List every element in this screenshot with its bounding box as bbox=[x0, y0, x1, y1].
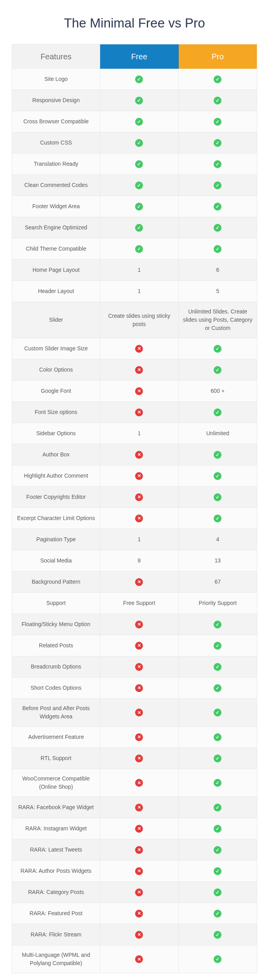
feature-name: Floating/Sticky Menu Option bbox=[12, 614, 100, 635]
cell-text: 4 bbox=[216, 535, 219, 544]
check-icon bbox=[214, 139, 221, 147]
cell-text: Create slides using sticky posts bbox=[104, 312, 174, 328]
free-value bbox=[100, 487, 178, 508]
cross-icon bbox=[135, 387, 143, 395]
feature-name: RARA: Facebook Page Widget bbox=[12, 797, 100, 818]
pro-value bbox=[179, 154, 257, 175]
table-row: Font Size options bbox=[12, 402, 257, 423]
feature-name: Related Posts bbox=[12, 635, 100, 656]
free-value bbox=[100, 90, 178, 111]
table-row: RARA: Instagram Widget bbox=[12, 818, 257, 839]
feature-name: Search Engine Optimized bbox=[12, 217, 100, 238]
table-row: Breadcrumb Options bbox=[12, 656, 257, 678]
feature-name: RARA: Latest Tweets bbox=[12, 839, 100, 861]
table-row: Short Codes Options bbox=[12, 678, 257, 699]
pro-value bbox=[179, 69, 257, 90]
table-row: SliderCreate slides using sticky postsUn… bbox=[12, 302, 257, 338]
cell-text: 13 bbox=[215, 557, 221, 565]
feature-name: Home Page Layout bbox=[12, 260, 100, 281]
cell-text: 1 bbox=[138, 287, 141, 295]
cross-icon bbox=[135, 578, 143, 586]
free-value bbox=[100, 508, 178, 529]
table-row: RARA: Author Posts Widgets bbox=[12, 861, 257, 882]
check-icon bbox=[135, 139, 143, 147]
check-icon bbox=[214, 733, 221, 741]
pro-value: 6 bbox=[179, 260, 257, 281]
feature-name: RTL Support bbox=[12, 748, 100, 769]
pro-value bbox=[179, 945, 257, 973]
free-value: 8 bbox=[100, 550, 178, 572]
cell-text: 6 bbox=[216, 266, 219, 274]
check-icon bbox=[214, 846, 221, 854]
cell-text: 8 bbox=[138, 557, 141, 565]
cell-text: Unlimited bbox=[206, 429, 229, 438]
check-icon bbox=[214, 910, 221, 918]
pro-value bbox=[179, 882, 257, 903]
feature-name: Breadcrumb Options bbox=[12, 656, 100, 678]
check-icon bbox=[214, 663, 221, 671]
cross-icon bbox=[135, 825, 143, 833]
free-value bbox=[100, 861, 178, 882]
table-row: Clean Commented Codes bbox=[12, 175, 257, 196]
check-icon bbox=[214, 493, 221, 501]
cross-icon bbox=[135, 955, 143, 963]
pro-value bbox=[179, 444, 257, 465]
feature-name: Highlight Author Comment bbox=[12, 465, 100, 487]
pro-value bbox=[179, 635, 257, 656]
feature-name: Background Pattern bbox=[12, 572, 100, 593]
feature-name: Font Size options bbox=[12, 402, 100, 423]
cell-text: 1 bbox=[138, 535, 141, 544]
cross-icon bbox=[135, 931, 143, 939]
free-value bbox=[100, 217, 178, 238]
free-value bbox=[100, 444, 178, 465]
cross-icon bbox=[135, 733, 143, 741]
free-value: 1 bbox=[100, 281, 178, 302]
table-row: Pagination Type14 bbox=[12, 529, 257, 550]
feature-name: Footer Widget Area bbox=[12, 196, 100, 217]
feature-name: Google Font bbox=[12, 381, 100, 402]
cross-icon bbox=[135, 888, 143, 896]
pro-value bbox=[179, 839, 257, 861]
feature-name: Pagination Type bbox=[12, 529, 100, 550]
pro-value bbox=[179, 90, 257, 111]
page-title: The Minimal Free vs Pro bbox=[12, 16, 257, 31]
free-value: Free Support bbox=[100, 593, 178, 614]
pro-value bbox=[179, 338, 257, 359]
pro-value: Unlimited bbox=[179, 423, 257, 444]
feature-name: Multi-Language (WPML and Polylang Compat… bbox=[12, 945, 100, 973]
cross-icon bbox=[135, 515, 143, 522]
feature-name: Advertisement Feature bbox=[12, 727, 100, 748]
check-icon bbox=[214, 472, 221, 480]
free-value bbox=[100, 111, 178, 132]
feature-name: RARA: Instagram Widget bbox=[12, 818, 100, 839]
cell-text: 67 bbox=[215, 578, 221, 586]
check-icon bbox=[135, 224, 143, 232]
cell-text: 5 bbox=[216, 287, 219, 295]
feature-name: Slider bbox=[12, 302, 100, 338]
pro-value bbox=[179, 656, 257, 678]
check-icon bbox=[214, 642, 221, 650]
pro-value bbox=[179, 614, 257, 635]
pro-value bbox=[179, 238, 257, 260]
free-value bbox=[100, 678, 178, 699]
table-row: Color Options bbox=[12, 359, 257, 381]
table-body: Site LogoResponsive DesignCross Browser … bbox=[12, 69, 257, 973]
table-row: Highlight Author Comment bbox=[12, 465, 257, 487]
feature-name: RARA: Author Posts Widgets bbox=[12, 861, 100, 882]
feature-name: Header Layout bbox=[12, 281, 100, 302]
check-icon bbox=[214, 224, 221, 232]
free-value bbox=[100, 196, 178, 217]
pro-value bbox=[179, 111, 257, 132]
free-value bbox=[100, 175, 178, 196]
feature-name: Translation Ready bbox=[12, 154, 100, 175]
table-row: RARA: Latest Tweets bbox=[12, 839, 257, 861]
free-value bbox=[100, 727, 178, 748]
comparison-table: Features Free Pro Site LogoResponsive De… bbox=[12, 44, 257, 973]
free-value bbox=[100, 748, 178, 769]
feature-name: Site Logo bbox=[12, 69, 100, 90]
table-row: Footer Copyrights Editor bbox=[12, 487, 257, 508]
pro-value bbox=[179, 797, 257, 818]
free-value: 1 bbox=[100, 260, 178, 281]
pro-value bbox=[179, 769, 257, 797]
check-icon bbox=[135, 160, 143, 168]
